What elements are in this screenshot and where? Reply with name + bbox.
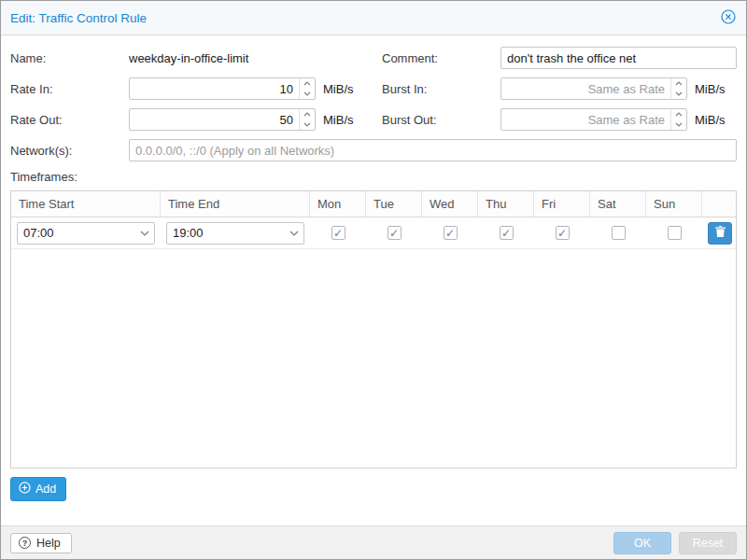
name-value: weekday-in-office-limit bbox=[129, 51, 248, 65]
tue-cell bbox=[366, 226, 422, 240]
mon-checkbox[interactable] bbox=[331, 226, 345, 240]
mon-cell bbox=[310, 226, 366, 240]
name-label: Name: bbox=[10, 51, 129, 65]
column-header-wed[interactable]: Wed bbox=[422, 191, 478, 217]
sat-cell bbox=[590, 226, 646, 240]
burst-in-unit: MiB/s bbox=[695, 82, 726, 96]
burst-in-field-wrap bbox=[500, 77, 687, 100]
grid-empty-area bbox=[11, 249, 736, 468]
rate-in-field-group: Rate In: MiB/s bbox=[10, 77, 365, 100]
close-button[interactable] bbox=[720, 9, 737, 26]
rate-in-unit: MiB/s bbox=[323, 82, 354, 96]
comment-input[interactable] bbox=[501, 48, 736, 68]
rate-out-unit: MiB/s bbox=[323, 113, 354, 127]
burst-in-label: Burst In: bbox=[382, 82, 500, 96]
row-name-comment: Name: weekday-in-office-limit Comment: bbox=[10, 47, 737, 69]
spinner-up-icon[interactable] bbox=[671, 109, 686, 119]
burst-out-label: Burst Out: bbox=[382, 113, 500, 127]
rate-out-input[interactable] bbox=[130, 109, 299, 130]
rate-in-label: Rate In: bbox=[10, 82, 129, 96]
column-header-tue[interactable]: Tue bbox=[366, 191, 422, 217]
close-icon bbox=[721, 9, 736, 27]
dialog-body: Name: weekday-in-office-limit Comment: R… bbox=[1, 35, 746, 525]
delete-row-button[interactable] bbox=[708, 222, 732, 245]
column-header-time-start[interactable]: Time Start bbox=[11, 191, 161, 217]
rate-out-field-wrap bbox=[129, 108, 316, 131]
spinner-down-icon[interactable] bbox=[300, 89, 315, 99]
comment-field-wrap bbox=[500, 47, 737, 69]
rate-in-field-wrap bbox=[129, 77, 316, 100]
burst-in-field-group: Burst In: MiB/s bbox=[382, 77, 737, 100]
burst-out-field-wrap bbox=[500, 108, 687, 131]
rate-in-input[interactable] bbox=[130, 78, 299, 99]
spinner-down-icon[interactable] bbox=[671, 89, 686, 99]
spinner-up-icon[interactable] bbox=[300, 109, 315, 119]
add-button-label: Add bbox=[35, 483, 56, 496]
edit-traffic-control-rule-dialog: Edit: Traffic Control Rule Name: weekday… bbox=[0, 0, 747, 560]
fri-checkbox[interactable] bbox=[556, 226, 570, 240]
spinner-up-icon[interactable] bbox=[300, 78, 315, 89]
plus-circle-icon bbox=[19, 482, 31, 497]
help-button-label: Help bbox=[36, 537, 61, 550]
row-networks: Network(s): bbox=[10, 139, 737, 161]
row-rate-out-burst-out: Rate Out: MiB/s Burst Out: bbox=[10, 108, 737, 131]
timeframe-row bbox=[11, 217, 736, 249]
sun-checkbox[interactable] bbox=[668, 226, 682, 240]
spinner-down-icon[interactable] bbox=[300, 119, 315, 130]
timeframes-label: Timeframes: bbox=[10, 170, 737, 184]
wed-cell bbox=[422, 226, 478, 240]
burst-in-input[interactable] bbox=[501, 78, 670, 99]
rate-out-field-group: Rate Out: MiB/s bbox=[10, 108, 365, 131]
fri-cell bbox=[534, 226, 590, 240]
networks-field-wrap bbox=[129, 139, 737, 161]
chevron-down-icon[interactable] bbox=[285, 223, 303, 244]
time-end-input[interactable] bbox=[167, 223, 285, 244]
wed-checkbox[interactable] bbox=[444, 226, 458, 240]
column-header-actions bbox=[702, 191, 736, 217]
help-button[interactable]: ? Help bbox=[10, 533, 72, 553]
burst-out-unit: MiB/s bbox=[695, 113, 726, 127]
spinner-up-icon[interactable] bbox=[671, 78, 686, 89]
spinner-down-icon[interactable] bbox=[671, 119, 686, 130]
row-rate-in-burst-in: Rate In: MiB/s Burst In: bbox=[10, 77, 737, 100]
tue-checkbox[interactable] bbox=[388, 226, 402, 240]
networks-label: Network(s): bbox=[10, 144, 129, 158]
burst-out-field-group: Burst Out: MiB/s bbox=[382, 108, 737, 131]
trash-icon bbox=[715, 226, 726, 240]
time-start-combo bbox=[17, 222, 155, 245]
ok-button[interactable]: OK bbox=[613, 532, 671, 554]
name-field-group: Name: weekday-in-office-limit bbox=[10, 47, 365, 69]
burst-out-input[interactable] bbox=[501, 109, 670, 130]
dialog-title: Edit: Traffic Control Rule bbox=[10, 11, 720, 25]
column-header-thu[interactable]: Thu bbox=[478, 191, 534, 217]
column-header-sun[interactable]: Sun bbox=[646, 191, 702, 217]
thu-checkbox[interactable] bbox=[500, 226, 514, 240]
sun-cell bbox=[646, 226, 702, 240]
rate-out-spinner bbox=[299, 109, 315, 130]
add-button[interactable]: Add bbox=[10, 477, 66, 501]
column-header-mon[interactable]: Mon bbox=[310, 191, 366, 217]
networks-input[interactable] bbox=[130, 140, 736, 161]
burst-out-spinner bbox=[670, 109, 686, 130]
sat-checkbox[interactable] bbox=[612, 226, 626, 240]
timeframes-grid: Time Start Time End Mon Tue Wed Thu Fri … bbox=[10, 190, 737, 469]
time-end-combo bbox=[166, 222, 304, 245]
comment-label: Comment: bbox=[382, 51, 500, 65]
dialog-footer: ? Help OK Reset bbox=[1, 525, 746, 559]
grid-header: Time Start Time End Mon Tue Wed Thu Fri … bbox=[11, 191, 736, 217]
dialog-header: Edit: Traffic Control Rule bbox=[1, 1, 746, 35]
question-circle-icon: ? bbox=[19, 537, 31, 549]
burst-in-spinner bbox=[670, 78, 686, 99]
reset-button[interactable]: Reset bbox=[679, 532, 737, 554]
time-end-cell bbox=[161, 222, 310, 245]
actions-cell bbox=[702, 222, 738, 245]
time-start-cell bbox=[11, 222, 161, 245]
thu-cell bbox=[478, 226, 534, 240]
chevron-down-icon[interactable] bbox=[135, 223, 154, 244]
column-header-fri[interactable]: Fri bbox=[534, 191, 590, 217]
column-header-sat[interactable]: Sat bbox=[590, 191, 646, 217]
networks-field-group: Network(s): bbox=[10, 139, 737, 161]
time-start-input[interactable] bbox=[18, 223, 135, 244]
column-header-time-end[interactable]: Time End bbox=[161, 191, 310, 217]
rate-out-label: Rate Out: bbox=[10, 113, 129, 127]
